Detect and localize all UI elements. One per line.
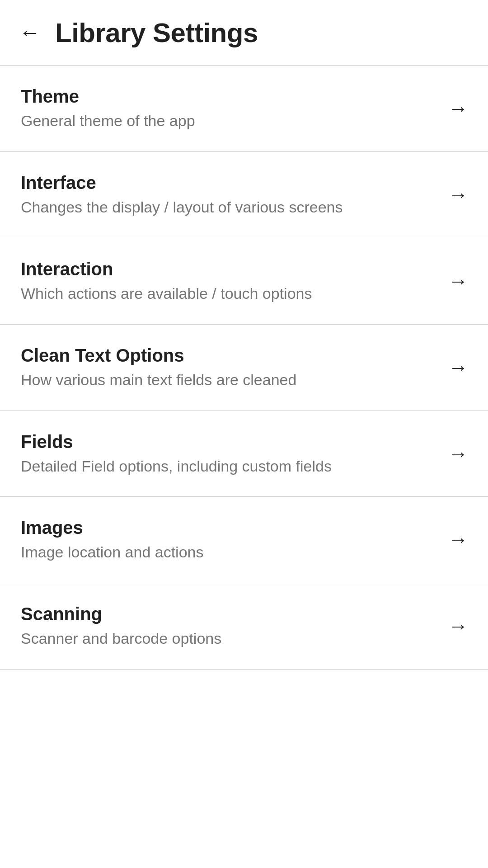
settings-item-content: Interface Changes the display / layout o… [21,172,448,218]
chevron-right-icon: → [448,270,468,292]
settings-item-description: Which actions are available / touch opti… [21,283,435,304]
chevron-right-icon: → [448,184,468,206]
settings-item[interactable]: Theme General theme of the app → [0,66,488,151]
back-button[interactable]: ← [14,16,46,49]
item-divider [0,669,488,670]
header: ← Library Settings [0,0,488,65]
settings-item-content: Interaction Which actions are available … [21,258,448,304]
settings-item-description: General theme of the app [21,111,435,132]
settings-item-content: Theme General theme of the app [21,85,448,132]
settings-item-content: Scanning Scanner and barcode options [21,603,448,649]
settings-list: Theme General theme of the app → Interfa… [0,66,488,670]
settings-item-content: Clean Text Options How various main text… [21,344,448,391]
settings-item-title: Theme [21,85,435,107]
settings-item-title: Scanning [21,603,435,625]
chevron-right-icon: → [448,615,468,637]
settings-item[interactable]: Interaction Which actions are available … [0,238,488,324]
settings-item-description: How various main text fields are cleaned [21,370,435,391]
settings-item-title: Images [21,517,435,538]
settings-item-content: Fields Detailed Field options, including… [21,431,448,477]
chevron-right-icon: → [448,97,468,120]
settings-item[interactable]: Images Image location and actions → [0,497,488,583]
settings-item-title: Interaction [21,258,435,280]
chevron-right-icon: → [448,528,468,551]
back-arrow-icon: ← [19,22,41,43]
settings-item-title: Fields [21,431,435,453]
settings-item-description: Scanner and barcode options [21,628,435,649]
chevron-right-icon: → [448,443,468,465]
settings-item-title: Clean Text Options [21,344,435,366]
page-title: Library Settings [55,17,258,48]
settings-item-description: Image location and actions [21,542,435,563]
settings-item-title: Interface [21,172,435,193]
settings-item-description: Changes the display / layout of various … [21,197,435,218]
settings-item[interactable]: Fields Detailed Field options, including… [0,411,488,497]
settings-item[interactable]: Interface Changes the display / layout o… [0,152,488,238]
settings-item[interactable]: Scanning Scanner and barcode options → [0,583,488,669]
settings-item[interactable]: Clean Text Options How various main text… [0,325,488,410]
chevron-right-icon: → [448,356,468,379]
settings-item-content: Images Image location and actions [21,517,448,563]
settings-item-description: Detailed Field options, including custom… [21,456,435,477]
